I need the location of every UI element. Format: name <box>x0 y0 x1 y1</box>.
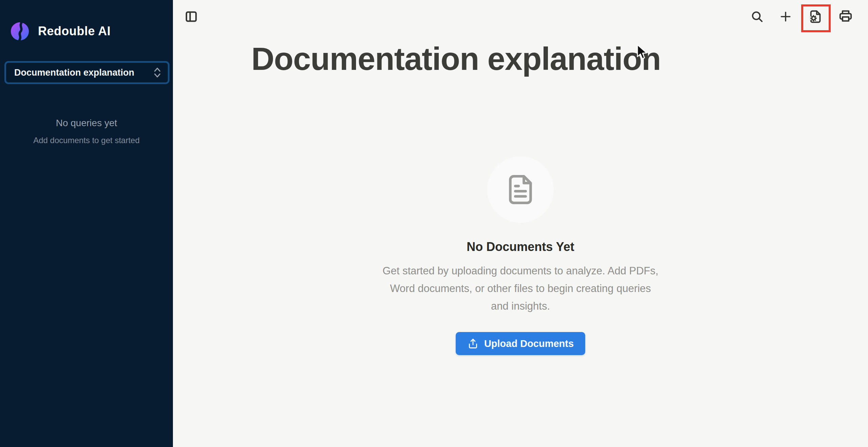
app-window: Redouble AI Documentation explanation No… <box>0 0 868 447</box>
empty-state-description: Get started by uploading documents to an… <box>381 262 659 315</box>
sidebar: Redouble AI Documentation explanation No… <box>0 0 173 447</box>
upload-documents-button[interactable]: Upload Documents <box>456 332 585 355</box>
workspace-selector-value: Documentation explanation <box>14 67 153 78</box>
file-text-icon <box>504 173 537 206</box>
brand-name: Redouble AI <box>38 24 111 38</box>
workspace-selector[interactable]: Documentation explanation <box>4 61 170 84</box>
file-settings-button[interactable] <box>808 9 823 24</box>
panel-left-icon <box>184 10 198 23</box>
redouble-logo-icon <box>11 22 29 41</box>
search-icon <box>750 10 764 23</box>
file-settings-icon <box>808 9 823 24</box>
empty-state-title: No Documents Yet <box>467 240 574 254</box>
plus-icon <box>779 10 792 23</box>
print-button[interactable] <box>838 9 853 24</box>
queries-empty-hint: Add documents to get started <box>0 136 173 145</box>
page-title: Documentation explanation <box>242 41 670 77</box>
documents-empty-state: No Documents Yet Get started by uploadin… <box>173 156 868 355</box>
upload-icon <box>467 338 479 349</box>
search-button[interactable] <box>750 9 764 24</box>
printer-icon <box>838 9 853 24</box>
empty-state-icon-circle <box>487 156 554 223</box>
queries-empty-title: No queries yet <box>0 118 173 129</box>
upload-documents-label: Upload Documents <box>484 338 574 349</box>
main-panel: Documentation explanation No Documents Y… <box>173 0 868 447</box>
brand: Redouble AI <box>11 22 111 41</box>
add-button[interactable] <box>778 9 793 24</box>
chevrons-up-down-icon <box>153 67 162 78</box>
sidebar-toggle-button[interactable] <box>184 10 198 23</box>
